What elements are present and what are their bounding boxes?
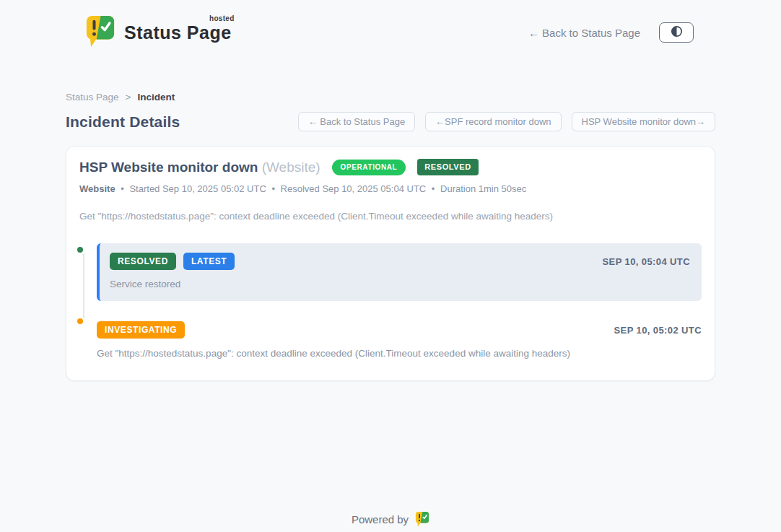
meta-separator: • (432, 183, 435, 194)
timeline-investigating-badge: INVESTIGATING (97, 321, 185, 339)
incident-title: HSP Website monitor down (Website) (79, 160, 320, 175)
powered-by: Powered by (352, 511, 429, 527)
timeline-resolved-badge: RESOLVED (110, 253, 176, 270)
statuspage-logo-icon-small[interactable] (415, 511, 429, 527)
powered-by-label: Powered by (352, 513, 409, 526)
breadcrumb-separator: > (126, 92, 131, 103)
prev-incident-button[interactable]: ←SPF record monitor down (425, 112, 561, 131)
meta-separator: • (121, 183, 124, 194)
timeline-latest-badge: LATEST (183, 253, 235, 270)
back-to-status-page-button[interactable]: ← Back to Status Page (298, 112, 415, 131)
incident-meta: Website • Started Sep 10, 2025 05:02 UTC… (79, 183, 702, 194)
page-title: Incident Details (66, 113, 180, 131)
incident-card: HSP Website monitor down (Website) OPERA… (66, 146, 715, 381)
timeline-connector (83, 250, 84, 320)
main-content: Status Page > Incident Incident Details … (66, 92, 715, 532)
incident-timeline: RESOLVED LATEST SEP 10, 05:04 UTC Servic… (79, 243, 702, 359)
timeline-dot-resolved (75, 245, 85, 255)
timeline-dot-investigating (75, 316, 85, 326)
theme-toggle-button[interactable] (659, 22, 694, 43)
meta-started: Started Sep 10, 2025 05:02 UTC (129, 183, 266, 194)
timeline-investigating-timestamp: SEP 10, 05:02 UTC (614, 325, 702, 336)
meta-component-name: Website (79, 183, 115, 194)
breadcrumb-incident: Incident (137, 92, 175, 103)
header: Status Page hosted ← Back to Status Page (0, 0, 781, 55)
footer: Powered by © 2025-10-08 14:10:34.772084 … (66, 511, 715, 532)
statuspage-logo-icon (85, 14, 115, 51)
breadcrumb-status-page[interactable]: Status Page (66, 92, 119, 103)
back-to-status-page-link[interactable]: ← Back to Status Page (528, 27, 640, 39)
timeline-resolved-timestamp: SEP 10, 05:04 UTC (603, 256, 690, 267)
incident-description: Get "https://hostedstatus.page": context… (79, 211, 702, 222)
incident-nav-buttons: ← Back to Status Page ←SPF record monito… (298, 112, 715, 131)
resolved-status-badge: RESOLVED (417, 159, 479, 175)
meta-resolved: Resolved Sep 10, 2025 05:04 UTC (281, 183, 427, 194)
timeline-investigating-message: Get "https://hostedstatus.page": context… (97, 348, 702, 359)
half-circle-contrast-icon (671, 25, 683, 40)
meta-duration: Duration 1min 50sec (440, 183, 526, 194)
timeline-resolved-message: Service restored (110, 279, 690, 289)
meta-separator: • (271, 183, 275, 194)
operational-status-badge: OPERATIONAL (332, 160, 406, 175)
brand-logo[interactable]: Status Page hosted (85, 14, 232, 51)
breadcrumb: Status Page > Incident (66, 92, 715, 103)
logo-text: Status Page hosted (124, 22, 232, 43)
next-incident-button[interactable]: HSP Website monitor down→ (572, 112, 715, 131)
incident-component: (Website) (262, 160, 320, 175)
logo-hosted-superscript: hosted (209, 14, 235, 22)
timeline-entry-investigating: INVESTIGATING SEP 10, 05:02 UTC Get "htt… (97, 320, 702, 359)
timeline-entry-resolved: RESOLVED LATEST SEP 10, 05:04 UTC Servic… (97, 243, 702, 301)
